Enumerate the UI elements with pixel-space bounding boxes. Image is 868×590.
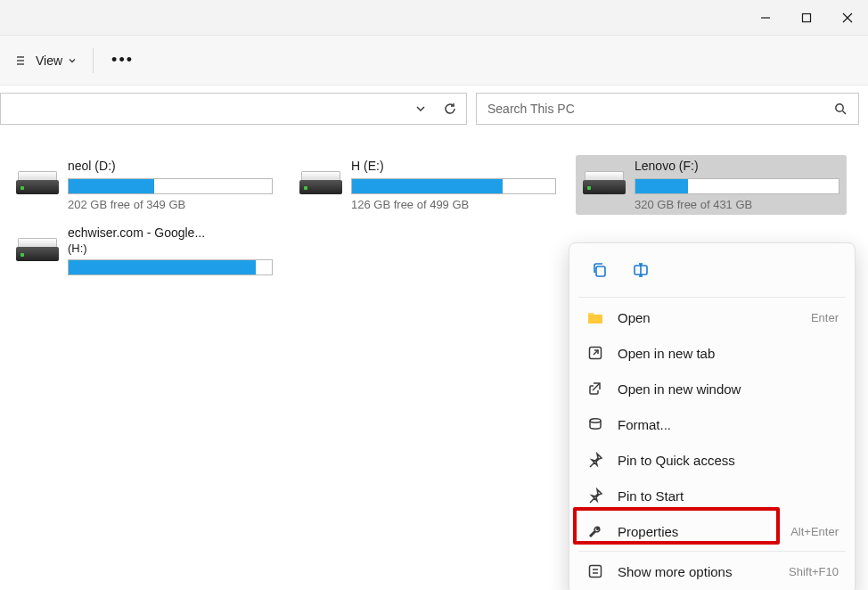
drive-item-selected[interactable]: Lenovo (F:) 320 GB free of 431 GB [576, 155, 847, 215]
menu-separator [578, 297, 846, 298]
drive-item[interactable]: neol (D:) 202 GB free of 349 GB [9, 155, 280, 215]
ctx-format[interactable]: Format... [575, 406, 849, 442]
drive-sublabel: (H:) [68, 242, 273, 255]
ctx-shortcut: Enter [811, 311, 839, 324]
more-options-button[interactable]: ••• [99, 45, 146, 77]
svg-line-8 [843, 111, 847, 114]
drive-item[interactable]: echwiser.com - Google... (H:) [9, 222, 280, 283]
ctx-open-new-window[interactable]: Open in new window [575, 371, 849, 406]
svg-point-17 [590, 419, 601, 422]
drive-capacity-bar [351, 178, 556, 194]
ctx-label: Format... [618, 417, 671, 432]
title-bar [0, 0, 868, 36]
drive-item[interactable]: H (E:) 126 GB free of 499 GB [292, 155, 563, 215]
address-search-row: Search This PC [0, 86, 868, 132]
new-window-icon [585, 381, 605, 397]
ctx-label: Pin to Start [618, 488, 684, 504]
properties-highlight [573, 507, 780, 545]
drive-icon [583, 162, 626, 194]
drive-label: neol (D:) [68, 159, 273, 173]
search-input[interactable]: Search This PC [476, 93, 859, 125]
drive-free-text: 320 GB free of 431 GB [635, 198, 839, 211]
ctx-label: Open in new tab [618, 346, 715, 361]
more-icon [585, 563, 605, 579]
ctx-open-new-tab[interactable]: Open in new tab [575, 335, 849, 371]
drive-label: echwiser.com - Google... [68, 225, 273, 240]
chevron-down-icon[interactable] [414, 102, 427, 115]
ctx-label: Open [618, 310, 651, 325]
maximize-button[interactable] [786, 0, 827, 36]
drive-capacity-bar [635, 178, 839, 194]
ctx-label: Pin to Quick access [618, 453, 735, 468]
pin-icon [585, 452, 605, 468]
view-menu-button[interactable]: View [5, 45, 87, 77]
ctx-open[interactable]: Open Enter [575, 299, 849, 335]
minimize-button[interactable] [745, 0, 786, 36]
pin-icon [585, 488, 605, 504]
search-placeholder: Search This PC [487, 102, 575, 116]
new-tab-icon [585, 345, 605, 361]
svg-rect-18 [590, 566, 602, 578]
svg-line-16 [593, 383, 600, 390]
svg-point-7 [836, 103, 843, 111]
ctx-label: Show more options [618, 564, 732, 579]
drive-capacity-bar [68, 259, 273, 275]
refresh-icon[interactable] [443, 102, 457, 116]
menu-separator [578, 551, 846, 552]
search-icon [834, 102, 848, 116]
svg-rect-1 [803, 13, 811, 21]
dots-icon: ••• [111, 51, 134, 70]
close-button[interactable] [827, 0, 868, 36]
ctx-label: Open in new window [618, 381, 741, 397]
drive-free-text: 126 GB free of 499 GB [351, 198, 556, 211]
drive-icon [299, 162, 342, 194]
drive-free-text: 202 GB free of 349 GB [68, 198, 273, 211]
command-bar: View ••• [0, 36, 868, 86]
rename-icon-button[interactable] [623, 254, 659, 286]
view-label: View [36, 53, 62, 68]
drive-icon [16, 229, 59, 261]
drive-label: Lenovo (F:) [635, 159, 839, 173]
address-bar[interactable] [0, 93, 467, 125]
ctx-shortcut: Shift+F10 [789, 565, 839, 578]
drive-label: H (E:) [351, 159, 556, 173]
folder-icon [585, 308, 605, 326]
drive-icon [16, 162, 59, 194]
toolbar-separator [93, 48, 94, 73]
svg-rect-9 [596, 266, 605, 276]
ctx-show-more[interactable]: Show more options Shift+F10 [575, 553, 849, 589]
drive-capacity-bar [68, 178, 273, 194]
context-menu: Open Enter Open in new tab Open in new w… [569, 242, 856, 590]
copy-icon-button[interactable] [582, 254, 618, 286]
ctx-pin-quick-access[interactable]: Pin to Quick access [575, 442, 849, 478]
format-icon [585, 416, 605, 432]
ctx-shortcut: Alt+Enter [790, 525, 839, 538]
